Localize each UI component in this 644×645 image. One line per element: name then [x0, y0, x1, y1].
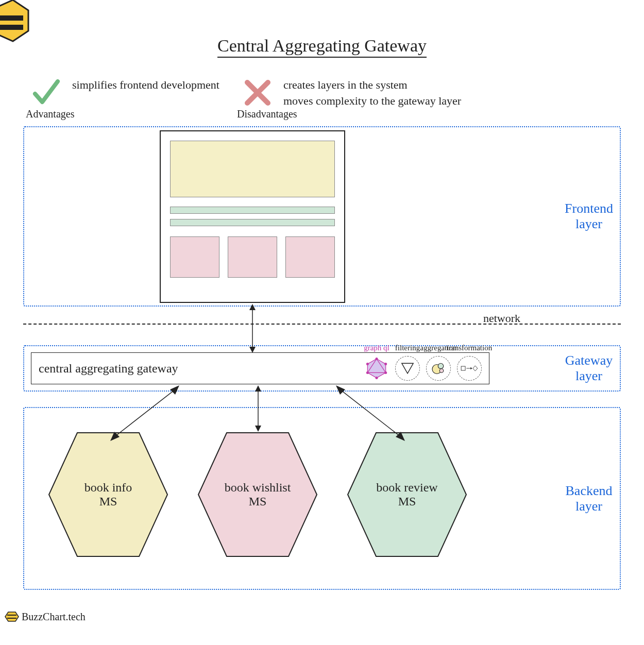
svg-point-9 — [384, 371, 387, 374]
diagram-title: Central Aggregating Gateway — [217, 36, 427, 58]
microservice-book-info: book info MS — [46, 428, 170, 562]
network-divider — [23, 324, 621, 325]
microservice-book-review: book review MS — [345, 428, 469, 562]
svg-rect-1 — [0, 15, 23, 21]
disadvantage-text-2: moves complexity to the gateway layer — [283, 93, 461, 109]
capability-label: transformation — [447, 344, 492, 352]
window-card — [170, 236, 219, 278]
microservice-book-wishlist: book wishlist MS — [196, 428, 319, 562]
window-hero-block — [170, 141, 335, 197]
svg-point-11 — [366, 371, 369, 374]
svg-marker-36 — [5, 612, 19, 621]
disadvantages-block: creates layers in the system moves compl… — [242, 77, 461, 109]
advantage-text: simplifies frontend development — [72, 77, 219, 93]
gateway-layer-label: Gateway layer — [553, 353, 625, 384]
filter-icon — [395, 356, 420, 381]
window-card — [228, 236, 277, 278]
gateway-box: central aggregating gateway graph ql fil… — [31, 352, 489, 384]
capability-label: graph ql — [364, 344, 389, 352]
network-label: network — [483, 312, 520, 325]
cross-icon — [242, 77, 273, 108]
window-line — [170, 207, 335, 214]
svg-rect-17 — [461, 366, 465, 370]
svg-point-10 — [375, 377, 378, 379]
bee-logo-icon — [4, 609, 20, 624]
capability-label: filtering — [395, 344, 420, 352]
svg-marker-13 — [402, 363, 413, 374]
disadvantages-label: Disadvantages — [237, 108, 297, 120]
svg-point-7 — [375, 358, 378, 360]
check-icon — [31, 77, 62, 108]
svg-rect-2 — [0, 25, 23, 30]
svg-point-8 — [384, 363, 387, 365]
advantages-block: simplifies frontend development Advantag… — [31, 77, 219, 108]
svg-marker-20 — [473, 366, 478, 371]
browser-window — [160, 130, 345, 303]
aggregation-icon — [426, 356, 451, 381]
corner-logo-icon — [0, 0, 36, 52]
capability-filtering: filtering — [395, 356, 420, 381]
footer-text: BuzzChart.tech — [22, 611, 86, 623]
disadvantage-text-1: creates layers in the system — [283, 77, 461, 93]
ms-label: book wishlist MS — [225, 481, 291, 508]
frontend-layer-label: Frontend layer — [553, 201, 625, 232]
ms-label: book info MS — [84, 481, 132, 508]
window-line — [170, 219, 335, 226]
svg-point-12 — [366, 363, 369, 365]
capability-transformation: transformation — [457, 356, 482, 381]
footer-attribution: BuzzChart.tech — [4, 609, 86, 624]
svg-marker-19 — [470, 367, 472, 370]
ms-label: book review MS — [376, 481, 437, 508]
advantages-label: Advantages — [26, 108, 74, 120]
graphql-icon — [364, 356, 389, 381]
capability-aggregation: aggregation — [426, 356, 451, 381]
gateway-title: central aggregating gateway — [39, 362, 178, 376]
window-card — [285, 236, 335, 278]
backend-layer-label: Backend layer — [553, 483, 625, 514]
svg-point-15 — [438, 363, 444, 369]
svg-point-16 — [439, 369, 444, 373]
capability-graphql: graph ql — [364, 356, 389, 381]
transformation-icon — [457, 356, 482, 381]
